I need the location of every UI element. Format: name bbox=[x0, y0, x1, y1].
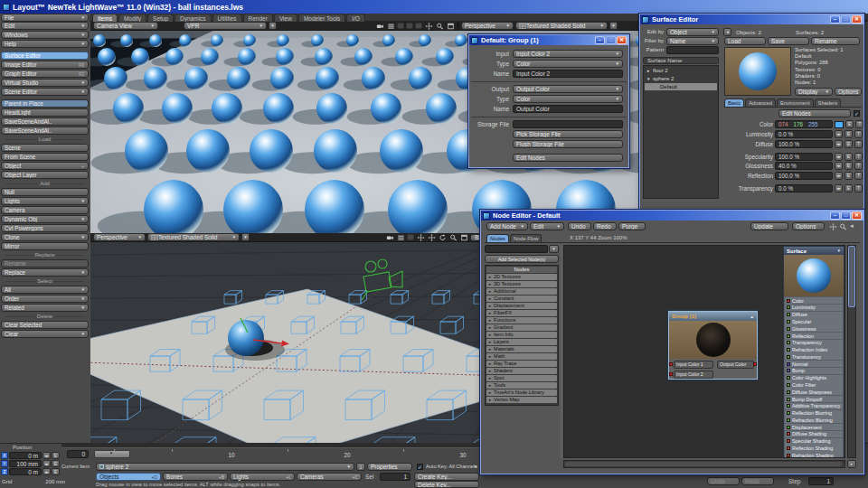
flush-storage-button[interactable]: Flush Storage File bbox=[513, 140, 623, 148]
edit-menu-button[interactable]: Edit▼ bbox=[1, 22, 89, 30]
selected-sphere[interactable] bbox=[228, 320, 264, 356]
filter-by-dropdown[interactable]: Name▼ bbox=[666, 37, 719, 45]
search-options-icon[interactable]: ▼ bbox=[549, 245, 559, 253]
spinner[interactable]: ◂▸ bbox=[42, 460, 51, 467]
sidebar-item[interactable]: Windows ▼ bbox=[1, 31, 89, 39]
surface-channel[interactable]: Diffuse bbox=[785, 312, 843, 318]
menu-tab[interactable]: Dynamics bbox=[175, 14, 212, 22]
menu-tab[interactable]: Items bbox=[92, 14, 118, 22]
group-node[interactable]: Group (1) ▲ Input Color 1 Output Color I… bbox=[668, 311, 758, 380]
node-category[interactable]: ► 2D Textures bbox=[486, 274, 557, 280]
envelope-button[interactable]: E bbox=[844, 153, 853, 161]
sidebar-item[interactable]: Clear Selected bbox=[1, 321, 89, 329]
channel-port-dot[interactable] bbox=[787, 362, 790, 366]
edit-by-dropdown[interactable]: Object▼ bbox=[666, 28, 719, 36]
texture-button[interactable]: T bbox=[854, 140, 863, 148]
node-category[interactable]: ► Vertex Map bbox=[486, 397, 557, 403]
surface-channel[interactable]: Displacement bbox=[785, 424, 843, 430]
envelope-button[interactable]: E bbox=[844, 172, 853, 180]
storage-file-field[interactable] bbox=[513, 120, 623, 128]
autokey-label[interactable]: Auto Key: All Channels bbox=[426, 464, 477, 469]
item-type-button[interactable]: Cameras+C bbox=[297, 473, 362, 481]
sidebar-item[interactable]: From Scene bbox=[1, 153, 89, 161]
undo-button[interactable]: Undo bbox=[568, 222, 591, 230]
node-category[interactable]: ► Gradient bbox=[486, 324, 557, 331]
spinner[interactable]: ◂▸ bbox=[835, 153, 843, 161]
spinner[interactable]: ◂▸ bbox=[835, 130, 843, 138]
node-category[interactable]: ► Functions bbox=[486, 317, 557, 324]
node-category[interactable]: ► Math bbox=[486, 353, 557, 360]
surface-editor-titlebar[interactable]: Surface Editor –□✕ bbox=[640, 14, 863, 24]
surface-channel[interactable]: Glossiness bbox=[785, 325, 843, 332]
channel-port-dot[interactable] bbox=[787, 299, 790, 303]
color-values[interactable]: 074 176 255 bbox=[775, 120, 833, 128]
edit-nodes-button[interactable]: Edit Nodes bbox=[513, 154, 623, 162]
spinner[interactable]: ◂▸ bbox=[835, 162, 843, 170]
output-name-field[interactable]: Output Color bbox=[513, 105, 623, 113]
menu-tab[interactable]: Utilities bbox=[212, 14, 242, 22]
delete-key-button[interactable]: Delete Key... bbox=[414, 481, 479, 488]
list-icon[interactable] bbox=[396, 233, 405, 241]
vertical-scrollbar[interactable] bbox=[847, 245, 856, 458]
texture-button[interactable]: T bbox=[854, 172, 863, 180]
channel-port-dot[interactable] bbox=[787, 446, 790, 450]
menu-tab[interactable]: Modeler Tools bbox=[298, 14, 345, 22]
redo-button[interactable]: Redo bbox=[593, 222, 617, 230]
node-category[interactable]: ► 3D Textures bbox=[486, 281, 557, 287]
sidebar-item[interactable]: Graph Editor F2 bbox=[1, 70, 89, 78]
camera-icon[interactable] bbox=[385, 233, 394, 241]
node-editor-tab[interactable]: Nodes bbox=[486, 234, 509, 242]
sidebar-item[interactable]: Virtual Studio ▼ bbox=[1, 79, 89, 87]
edit-nodes-button[interactable]: Edit Nodes bbox=[778, 109, 851, 117]
minimize-button[interactable]: – bbox=[595, 36, 605, 44]
property-value-field[interactable]: 100.0 % bbox=[775, 172, 833, 180]
surface-channel[interactable]: Diffuse Sharpness bbox=[785, 389, 843, 395]
sidebar-item[interactable]: Lights ▼ bbox=[1, 197, 89, 205]
scrollbar-thumb[interactable] bbox=[848, 246, 855, 307]
scroll-right-icon[interactable]: ▸ bbox=[847, 460, 856, 468]
sidebar-item[interactable]: Help ▼ bbox=[1, 40, 89, 48]
surface-channel[interactable]: Diffuse Shading bbox=[785, 431, 843, 437]
render-mode-dropdown[interactable]: Textured Shaded Solid▼ bbox=[147, 233, 240, 241]
surface-channel[interactable]: Color Filter bbox=[785, 381, 843, 388]
channel-port-dot[interactable] bbox=[787, 390, 790, 394]
output-type-dropdown[interactable]: Color▼ bbox=[513, 95, 623, 103]
sidebar-item[interactable]: Image Editor F6 bbox=[1, 61, 89, 69]
surface-editor-tab[interactable]: Basic bbox=[724, 99, 744, 107]
sidebar-item[interactable]: Camera bbox=[1, 206, 89, 214]
envelope-button[interactable]: E bbox=[844, 140, 853, 148]
node-canvas[interactable]: Group (1) ▲ Input Color 1 Output Color I… bbox=[563, 245, 845, 458]
channel-port-dot[interactable] bbox=[787, 327, 790, 331]
channel-port-dot[interactable] bbox=[787, 313, 790, 316]
node-category[interactable]: ► Tools bbox=[486, 382, 557, 389]
envelope-button[interactable]: E bbox=[845, 120, 854, 128]
group-node-header[interactable]: Group (1) ▲ bbox=[669, 312, 757, 321]
menu-tab[interactable]: Setup bbox=[147, 14, 174, 22]
dope-track[interactable] bbox=[61, 443, 480, 448]
render-mode-dropdown[interactable]: Textured Shaded Solid▼ bbox=[515, 22, 608, 30]
surface-channel[interactable]: Specular Shading bbox=[785, 438, 843, 445]
tree-toggle-icon[interactable]: ► bbox=[646, 69, 651, 73]
maximize-button[interactable]: □ bbox=[841, 211, 851, 220]
view-type-dropdown[interactable]: Perspective▼ bbox=[461, 22, 514, 30]
menu-tab[interactable]: I/O bbox=[346, 14, 365, 22]
zoom-icon[interactable] bbox=[435, 22, 444, 30]
file-menu-button[interactable]: File▼ bbox=[1, 14, 89, 22]
node-category[interactable]: ► Shaders bbox=[486, 368, 557, 374]
collapse-node-icon[interactable]: ▲ bbox=[750, 314, 754, 319]
edit-dropdown[interactable]: Edit▼ bbox=[530, 222, 564, 230]
pan-icon[interactable] bbox=[828, 222, 837, 230]
input-port-label[interactable]: Input Color 2 bbox=[674, 371, 713, 379]
menu-tab[interactable]: Render bbox=[243, 14, 273, 22]
node-category[interactable]: ► Item Info bbox=[486, 332, 557, 338]
property-value-field[interactable]: 0.0 % bbox=[775, 184, 833, 192]
node-category[interactable]: ► TrueArt's Node Library bbox=[486, 389, 557, 396]
layer-button[interactable]: 1 bbox=[356, 463, 365, 471]
chevron-down-icon[interactable]: ▼ bbox=[269, 22, 277, 30]
position-y-field[interactable]: 100 mm bbox=[9, 460, 42, 467]
channel-port-dot[interactable] bbox=[787, 334, 790, 338]
item-type-button[interactable]: Lights+L bbox=[230, 473, 295, 481]
sidebar-item[interactable]: Object + bbox=[1, 162, 89, 170]
sidebar-item[interactable]: Scene bbox=[1, 144, 89, 152]
channel-port-dot[interactable] bbox=[787, 383, 790, 387]
